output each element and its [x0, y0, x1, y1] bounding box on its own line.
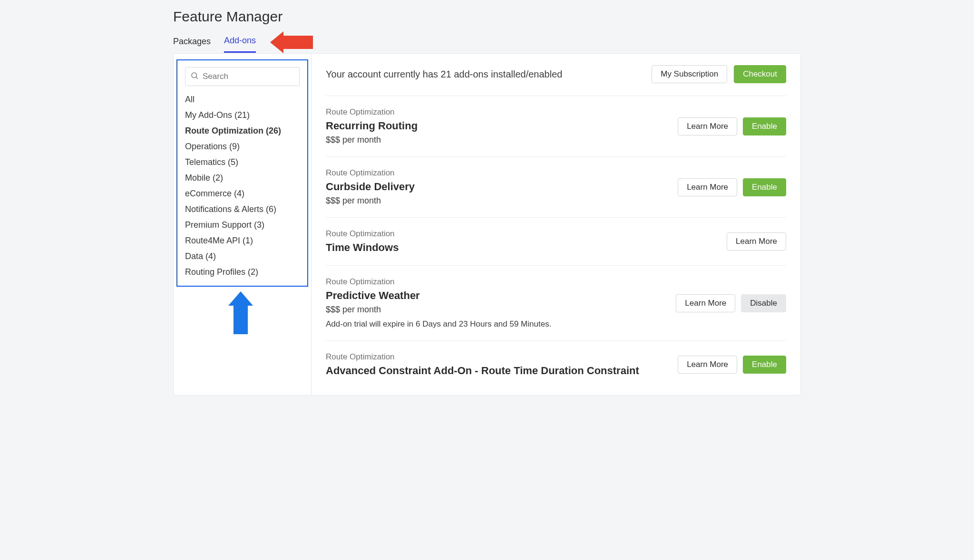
learn-more-button[interactable]: Learn More [727, 232, 786, 251]
category-item[interactable]: All [185, 95, 300, 105]
addon-row: Route OptimizationPredictive Weather$$$ … [326, 266, 786, 341]
my-subscription-button[interactable]: My Subscription [652, 65, 727, 83]
category-item[interactable]: eCommerce (4) [185, 189, 300, 199]
sidebar: AllMy Add-Ons (21)Route Optimization (26… [174, 54, 312, 395]
svg-point-0 [192, 73, 197, 78]
enable-button[interactable]: Enable [743, 117, 786, 135]
search-input-wrap[interactable] [185, 67, 300, 86]
addon-title: Predictive Weather [326, 290, 666, 302]
learn-more-button[interactable]: Learn More [678, 117, 737, 135]
annotation-arrow-categories [229, 291, 253, 334]
category-item[interactable]: Premium Support (3) [185, 220, 300, 230]
addon-title: Time Windows [326, 241, 717, 254]
addon-title: Curbside Delivery [326, 181, 668, 193]
category-item[interactable]: Data (4) [185, 251, 300, 261]
addon-title: Advanced Constraint Add-On - Route Time … [326, 365, 668, 377]
addon-title: Recurring Routing [326, 120, 668, 132]
disable-button[interactable]: Disable [741, 294, 786, 312]
installed-count-text: Your account currently has 21 add-ons in… [326, 69, 562, 80]
addon-list: Route OptimizationRecurring Routing$$$ p… [326, 96, 786, 388]
search-input[interactable] [203, 72, 294, 81]
category-item[interactable]: My Add-Ons (21) [185, 110, 300, 120]
enable-button[interactable]: Enable [743, 178, 786, 196]
learn-more-button[interactable]: Learn More [676, 294, 735, 312]
addon-category: Route Optimization [326, 168, 668, 178]
addon-row: Route OptimizationAdvanced Constraint Ad… [326, 341, 786, 388]
addon-note: Add-on trial will expire in 6 Days and 2… [326, 319, 666, 329]
annotation-arrow-addons [270, 31, 313, 53]
main-panel: AllMy Add-Ons (21)Route Optimization (26… [173, 53, 801, 396]
svg-line-1 [196, 77, 197, 78]
tab-packages[interactable]: Packages [173, 36, 211, 52]
content-topbar: Your account currently has 21 add-ons in… [326, 65, 786, 96]
addon-price: $$$ per month [326, 135, 668, 145]
learn-more-button[interactable]: Learn More [678, 356, 737, 374]
checkout-button[interactable]: Checkout [734, 65, 786, 83]
category-item[interactable]: Route4Me API (1) [185, 236, 300, 246]
learn-more-button[interactable]: Learn More [678, 178, 737, 196]
addon-category: Route Optimization [326, 352, 668, 362]
addon-price: $$$ per month [326, 305, 666, 315]
addon-row: Route OptimizationCurbside Delivery$$$ p… [326, 157, 786, 218]
addon-category: Route Optimization [326, 277, 666, 287]
tabs: Packages Add-ons [173, 34, 801, 53]
tab-addons[interactable]: Add-ons [224, 35, 256, 53]
addon-row: Route OptimizationTime WindowsLearn More [326, 218, 786, 266]
category-item[interactable]: Route Optimization (26) [185, 126, 300, 136]
search-icon [190, 71, 203, 82]
category-item[interactable]: Mobile (2) [185, 173, 300, 183]
category-item[interactable]: Routing Profiles (2) [185, 267, 300, 277]
sidebar-highlight-box: AllMy Add-Ons (21)Route Optimization (26… [176, 59, 308, 287]
addon-price: $$$ per month [326, 196, 668, 206]
addon-category: Route Optimization [326, 229, 717, 239]
addon-row: Route OptimizationRecurring Routing$$$ p… [326, 96, 786, 157]
category-list: AllMy Add-Ons (21)Route Optimization (26… [185, 95, 300, 277]
addon-category: Route Optimization [326, 107, 668, 117]
category-item[interactable]: Notifications & Alerts (6) [185, 204, 300, 214]
category-item[interactable]: Operations (9) [185, 142, 300, 152]
content-scroll[interactable]: Your account currently has 21 add-ons in… [312, 54, 800, 395]
enable-button[interactable]: Enable [743, 356, 786, 374]
page-title: Feature Manager [173, 0, 801, 34]
category-item[interactable]: Telematics (5) [185, 157, 300, 167]
